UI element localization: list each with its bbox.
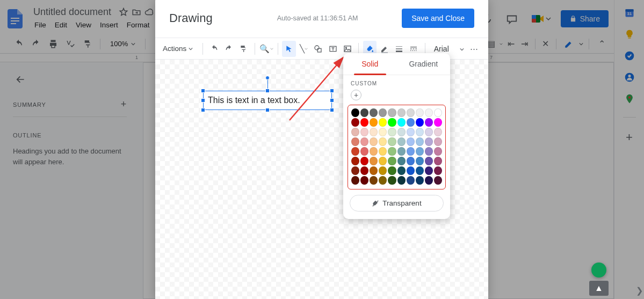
color-swatch[interactable]: [434, 157, 442, 165]
color-swatch[interactable]: [388, 128, 396, 136]
color-swatch[interactable]: [360, 166, 368, 175]
resize-handle[interactable]: [201, 108, 205, 112]
color-swatch[interactable]: [425, 118, 433, 127]
color-swatch[interactable]: [416, 108, 424, 117]
color-swatch[interactable]: [397, 137, 406, 146]
document-title[interactable]: Untitled document: [30, 5, 114, 19]
cloud-status-icon[interactable]: [144, 8, 154, 17]
color-swatch[interactable]: [416, 176, 424, 185]
color-swatch[interactable]: [370, 157, 378, 165]
select-tool-icon[interactable]: [282, 41, 295, 57]
undo-icon[interactable]: [12, 37, 26, 51]
zoom-icon[interactable]: 🔍: [259, 41, 273, 57]
color-swatch[interactable]: [388, 108, 396, 117]
more-options-icon[interactable]: ⋯: [467, 41, 481, 57]
add-summary-icon[interactable]: +: [121, 99, 127, 110]
color-swatch[interactable]: [379, 157, 387, 165]
calendar-icon[interactable]: 31: [624, 8, 635, 18]
collapse-toolbar-icon[interactable]: ⌃: [595, 37, 609, 51]
transparent-button[interactable]: Transparent: [350, 195, 444, 212]
color-swatch[interactable]: [397, 118, 406, 127]
color-swatch[interactable]: [370, 137, 378, 146]
menu-file[interactable]: File: [31, 19, 49, 31]
color-swatch[interactable]: [360, 137, 368, 146]
resize-handle[interactable]: [265, 108, 270, 112]
color-swatch[interactable]: [397, 128, 406, 136]
color-swatch[interactable]: [388, 137, 396, 146]
color-swatch[interactable]: [351, 166, 359, 175]
editing-mode-icon[interactable]: [562, 37, 576, 51]
color-swatch[interactable]: [388, 176, 396, 185]
color-swatch[interactable]: [416, 147, 424, 156]
color-swatch[interactable]: [407, 157, 415, 165]
star-icon[interactable]: [119, 8, 128, 17]
color-swatch[interactable]: [407, 137, 415, 146]
color-swatch[interactable]: [370, 128, 378, 136]
color-swatch[interactable]: [379, 166, 387, 175]
tasks-icon[interactable]: [624, 50, 635, 61]
resize-handle[interactable]: [330, 108, 334, 112]
color-swatch[interactable]: [425, 137, 433, 146]
resize-handle[interactable]: [201, 89, 205, 93]
color-swatch[interactable]: [434, 176, 442, 185]
actions-menu[interactable]: Actions: [163, 45, 193, 53]
tab-gradient[interactable]: Gradient: [397, 53, 451, 75]
color-swatch[interactable]: [379, 128, 387, 136]
paint-format-icon[interactable]: [81, 37, 95, 51]
show-side-panel-icon[interactable]: ❯: [636, 286, 643, 296]
color-swatch[interactable]: [370, 108, 378, 117]
docs-logo-icon[interactable]: [4, 8, 26, 30]
color-swatch[interactable]: [425, 176, 433, 185]
color-swatch[interactable]: [407, 176, 415, 185]
color-swatch[interactable]: [379, 147, 387, 156]
spellcheck-icon[interactable]: [63, 37, 77, 51]
font-selector[interactable]: Arial: [430, 45, 466, 53]
color-swatch[interactable]: [351, 137, 359, 146]
color-swatch[interactable]: [360, 118, 368, 127]
color-swatch[interactable]: [397, 147, 406, 156]
color-swatch[interactable]: [407, 128, 415, 136]
menu-edit[interactable]: Edit: [52, 19, 70, 31]
color-swatch[interactable]: [379, 118, 387, 127]
color-swatch[interactable]: [351, 176, 359, 185]
indent-increase-icon[interactable]: ⇥: [519, 37, 530, 51]
resize-handle[interactable]: [330, 89, 334, 93]
undo-icon[interactable]: [207, 41, 221, 57]
color-swatch[interactable]: [434, 147, 442, 156]
color-swatch[interactable]: [379, 176, 387, 185]
color-swatch[interactable]: [416, 157, 424, 165]
explore-badge[interactable]: [591, 262, 606, 278]
print-icon[interactable]: [46, 37, 60, 51]
color-swatch[interactable]: [397, 176, 406, 185]
color-swatch[interactable]: [360, 128, 368, 136]
textbox-tool-icon[interactable]: [326, 41, 339, 57]
color-swatch[interactable]: [434, 166, 442, 175]
shape-tool-icon[interactable]: [312, 41, 325, 57]
color-swatch[interactable]: [360, 176, 368, 185]
color-swatch[interactable]: [370, 147, 378, 156]
color-swatch[interactable]: [397, 157, 406, 165]
resize-handle[interactable]: [330, 98, 334, 103]
color-swatch[interactable]: [388, 157, 396, 165]
color-swatch[interactable]: [434, 118, 442, 127]
color-swatch[interactable]: [407, 108, 415, 117]
comments-icon[interactable]: [503, 10, 521, 28]
color-swatch[interactable]: [370, 166, 378, 175]
color-swatch[interactable]: [351, 147, 359, 156]
scroll-up-icon[interactable]: ▲: [589, 281, 609, 296]
close-outline-icon[interactable]: [13, 71, 127, 97]
resize-handle[interactable]: [201, 98, 205, 103]
color-swatch[interactable]: [388, 118, 396, 127]
zoom-selector[interactable]: 100%: [106, 39, 140, 49]
share-button[interactable]: Share: [561, 10, 609, 27]
color-swatch[interactable]: [370, 118, 378, 127]
move-to-folder-icon[interactable]: [132, 8, 141, 17]
color-swatch[interactable]: [388, 166, 396, 175]
color-swatch[interactable]: [434, 128, 442, 136]
color-swatch[interactable]: [425, 128, 433, 136]
color-swatch[interactable]: [416, 118, 424, 127]
add-addon-icon[interactable]: +: [626, 130, 633, 144]
contacts-icon[interactable]: [624, 72, 635, 83]
color-swatch[interactable]: [397, 108, 406, 117]
color-swatch[interactable]: [407, 166, 415, 175]
